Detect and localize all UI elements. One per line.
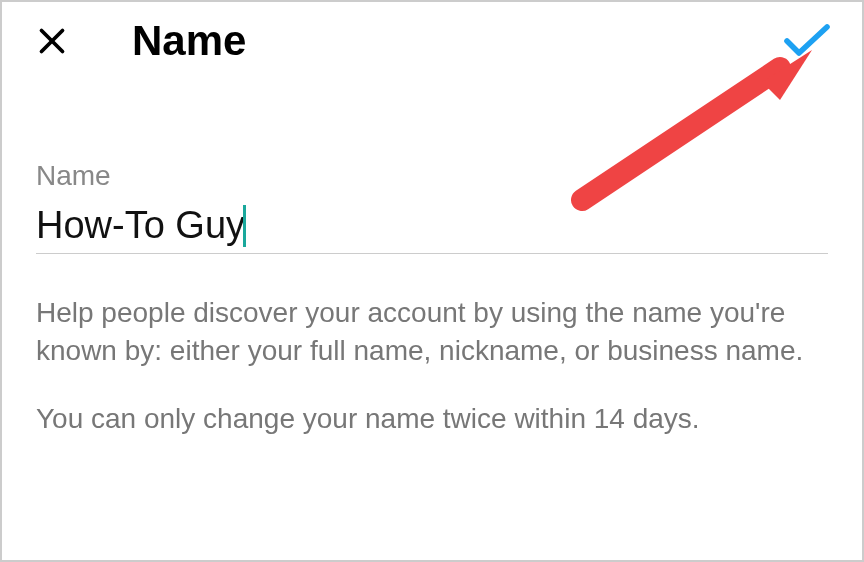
close-button[interactable] (32, 21, 72, 61)
content: Name How-To Guy Help people discover you… (2, 80, 862, 437)
close-icon (34, 23, 70, 59)
name-input[interactable]: How-To Guy (36, 204, 828, 247)
confirm-button[interactable] (782, 16, 832, 66)
name-input-wrapper[interactable]: How-To Guy (36, 204, 828, 254)
help-paragraph-1: Help people discover your account by usi… (36, 294, 828, 370)
help-paragraph-2: You can only change your name twice with… (36, 400, 828, 438)
header: Name (2, 2, 862, 80)
page-title: Name (132, 17, 246, 65)
checkmark-icon (783, 23, 831, 59)
text-cursor (243, 205, 246, 247)
name-input-value: How-To Guy (36, 204, 245, 247)
help-text: Help people discover your account by usi… (36, 294, 828, 437)
name-field-label: Name (36, 160, 828, 192)
